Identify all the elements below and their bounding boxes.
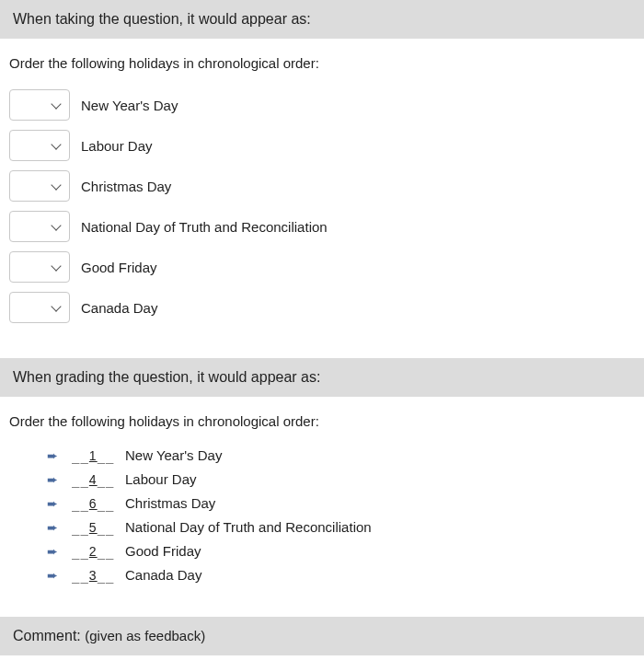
grade-row: ➨ __6__ Christmas Day bbox=[9, 495, 635, 511]
arrow-right-icon: ➨ bbox=[46, 520, 59, 535]
order-row: Good Friday bbox=[9, 251, 635, 283]
order-select[interactable] bbox=[9, 89, 70, 121]
item-label: Labour Day bbox=[81, 138, 153, 154]
item-label: Christmas Day bbox=[81, 179, 171, 194]
item-label: New Year's Day bbox=[125, 447, 222, 463]
taking-body: Order the following holidays in chronolo… bbox=[0, 39, 644, 358]
order-select[interactable] bbox=[9, 130, 70, 161]
grading-body: Order the following holidays in chronolo… bbox=[0, 397, 644, 617]
grade-row: ➨ __4__ Labour Day bbox=[9, 471, 635, 487]
chevron-down-icon bbox=[51, 139, 61, 149]
arrow-right-icon: ➨ bbox=[46, 544, 59, 559]
item-label: Good Friday bbox=[81, 260, 157, 275]
chevron-down-icon bbox=[51, 261, 61, 271]
correct-order-value: __1__ bbox=[72, 448, 112, 463]
order-select[interactable] bbox=[9, 251, 70, 283]
order-select[interactable] bbox=[9, 170, 70, 202]
grade-row: ➨ __5__ National Day of Truth and Reconc… bbox=[9, 519, 635, 535]
correct-order-value: __5__ bbox=[72, 520, 112, 535]
order-row: Canada Day bbox=[9, 292, 635, 323]
grading-header: When grading the question, it would appe… bbox=[0, 358, 644, 397]
question-prompt: Order the following holidays in chronolo… bbox=[9, 55, 635, 71]
item-label: Canada Day bbox=[81, 300, 157, 316]
comment-header: Comment: (given as feedback) bbox=[0, 617, 644, 655]
chevron-down-icon bbox=[51, 301, 61, 311]
order-select[interactable] bbox=[9, 292, 70, 323]
order-row: Labour Day bbox=[9, 130, 635, 161]
correct-order-value: __6__ bbox=[72, 496, 112, 511]
item-label: National Day of Truth and Reconciliation bbox=[81, 219, 328, 235]
item-label: Good Friday bbox=[125, 543, 201, 559]
grade-row: ➨ __2__ Good Friday bbox=[9, 543, 635, 559]
arrow-right-icon: ➨ bbox=[46, 472, 59, 487]
taking-header: When taking the question, it would appea… bbox=[0, 0, 644, 39]
chevron-down-icon bbox=[51, 98, 61, 109]
arrow-right-icon: ➨ bbox=[46, 448, 59, 463]
correct-order-value: __2__ bbox=[72, 544, 112, 559]
item-label: National Day of Truth and Reconciliation bbox=[125, 519, 372, 535]
question-prompt: Order the following holidays in chronolo… bbox=[9, 413, 635, 429]
grade-row: ➨ __1__ New Year's Day bbox=[9, 447, 635, 463]
order-row: National Day of Truth and Reconciliation bbox=[9, 211, 635, 242]
item-label: Canada Day bbox=[125, 567, 201, 583]
correct-order-value: __3__ bbox=[72, 568, 112, 583]
item-label: Christmas Day bbox=[125, 495, 215, 511]
order-select[interactable] bbox=[9, 211, 70, 242]
grade-row: ➨ __3__ Canada Day bbox=[9, 567, 635, 583]
arrow-right-icon: ➨ bbox=[46, 496, 59, 511]
chevron-down-icon bbox=[51, 220, 61, 230]
order-row: New Year's Day bbox=[9, 89, 635, 121]
arrow-right-icon: ➨ bbox=[46, 568, 59, 583]
correct-order-value: __4__ bbox=[72, 472, 112, 487]
item-label: Labour Day bbox=[125, 471, 197, 487]
comment-body: - No comment specified. - bbox=[0, 655, 644, 672]
item-label: New Year's Day bbox=[81, 98, 178, 113]
comment-header-note: (given as feedback) bbox=[85, 628, 205, 643]
chevron-down-icon bbox=[51, 180, 61, 190]
comment-header-label: Comment: bbox=[13, 628, 81, 643]
order-row: Christmas Day bbox=[9, 170, 635, 202]
